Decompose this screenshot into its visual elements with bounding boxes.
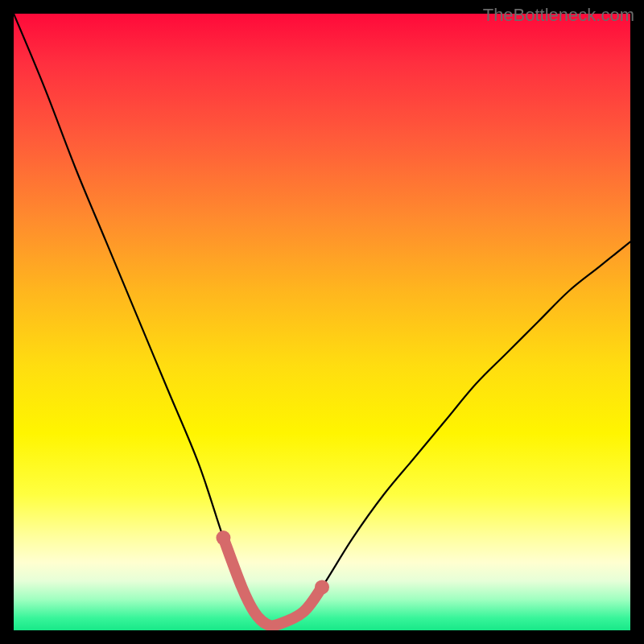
highlight-trough-path bbox=[223, 538, 322, 625]
plot-area bbox=[14, 14, 630, 630]
bottleneck-curve-path bbox=[14, 14, 630, 625]
trough-endpoint-dot bbox=[216, 530, 230, 545]
watermark-text: TheBottleneck.com bbox=[483, 5, 634, 26]
chart-svg bbox=[14, 14, 630, 630]
trough-endpoint-dot bbox=[315, 580, 329, 594]
